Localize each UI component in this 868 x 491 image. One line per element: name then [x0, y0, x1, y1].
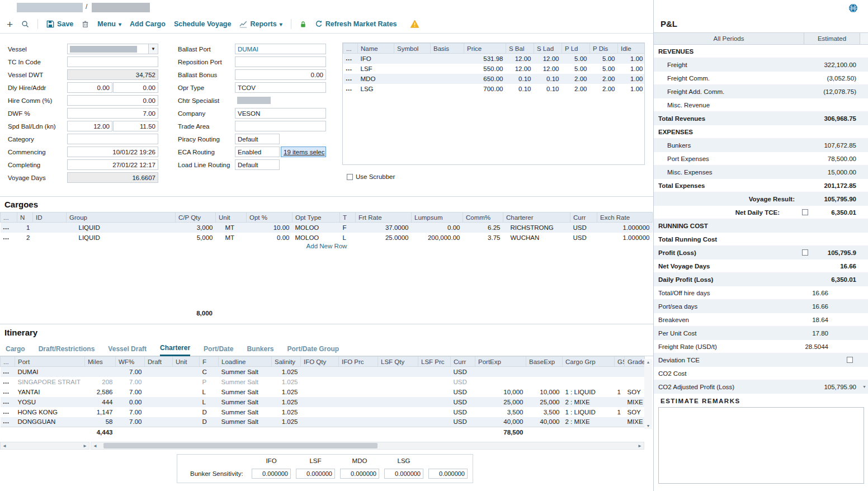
add-new-row-link[interactable]: Add New Row [0, 243, 653, 253]
cell-baseexp[interactable]: 3,500 [526, 407, 563, 417]
cell-wf[interactable]: 7.00 [116, 377, 145, 387]
cell-s-bal[interactable]: 0.10 [506, 74, 534, 84]
cell-portexp[interactable]: 25,000 [475, 397, 526, 407]
scroll-down-icon[interactable]: ▼ [862, 385, 866, 389]
cell-salinity[interactable]: 1.025 [272, 367, 301, 377]
cell-t[interactable]: L [340, 233, 356, 243]
cell-wf[interactable]: 7.00 [116, 407, 145, 417]
cell-s-lad[interactable]: 12.00 [534, 54, 562, 64]
cell-cargo-grp[interactable]: 1 : LIQUID [563, 407, 615, 417]
estimate-remarks-input[interactable] [658, 407, 864, 484]
cell-opt-type[interactable]: MOLOO [293, 233, 340, 243]
sens-field-ifo[interactable]: 0.000000 [252, 469, 291, 479]
cell-grade[interactable]: MIXE [625, 397, 645, 407]
cell-name[interactable]: IFO [358, 54, 394, 64]
dropdown-arrow-icon[interactable]: ▼ [148, 44, 158, 54]
cell-price[interactable]: 550.00 [464, 64, 506, 74]
cell-f[interactable]: C [200, 367, 219, 377]
cell-idle[interactable]: 1.00 [618, 64, 645, 74]
opr-type-field[interactable]: TCOV [235, 82, 326, 93]
cell-name[interactable]: LSG [358, 84, 394, 94]
cell-baseexp[interactable] [526, 367, 563, 377]
cell-exch[interactable]: 1.000000 [597, 233, 653, 243]
frozen-columns-scrollbar[interactable]: ◄ ► [0, 442, 89, 450]
trade-area-field[interactable] [235, 121, 326, 131]
cell-idle[interactable]: 1.00 [618, 84, 645, 94]
cell-draft[interactable] [145, 407, 173, 417]
net-daily-tce-checkbox[interactable] [802, 209, 808, 215]
tab-charterer[interactable]: Charterer [160, 344, 190, 356]
cell-p-dis[interactable]: 2.00 [590, 74, 618, 84]
cell-s-bal[interactable]: 12.00 [506, 54, 534, 64]
cell-lsf-prc[interactable] [418, 387, 451, 397]
cell-miles[interactable]: 208 [85, 377, 116, 387]
cell-salinity[interactable]: 1.025 [272, 377, 301, 387]
cell-portexp[interactable] [475, 367, 526, 377]
cell-grade[interactable] [625, 377, 645, 387]
cell-ifo-prc[interactable] [339, 407, 378, 417]
cell-portexp[interactable]: 40,000 [475, 417, 526, 427]
category-field[interactable] [67, 134, 158, 144]
cell-s-lad[interactable]: 0.10 [534, 74, 562, 84]
tab-vessel-draft[interactable]: Vessel Draft [108, 345, 147, 356]
cell-salinity[interactable]: 1.025 [272, 407, 301, 417]
cell-gs[interactable]: 1 [615, 407, 625, 417]
cell-basis[interactable] [431, 64, 464, 74]
cell-s-bal[interactable]: 12.00 [506, 64, 534, 74]
cell-lsf-qty[interactable] [378, 407, 418, 417]
schedule-voyage-button[interactable]: Schedule Voyage [174, 20, 232, 28]
scroll-right-icon[interactable]: ► [636, 443, 644, 448]
cell-price[interactable]: 531.98 [464, 54, 506, 64]
scroll-track[interactable] [99, 442, 636, 449]
cell-p-ld[interactable]: 5.00 [562, 64, 590, 74]
cell-opt-pct[interactable]: 10.00 [247, 223, 293, 233]
cell-salinity[interactable]: 1.025 [272, 417, 301, 427]
scroll-up-icon[interactable]: ▲ [647, 360, 650, 364]
cell-unit[interactable] [173, 417, 200, 427]
delete-button[interactable] [82, 20, 89, 28]
cell-ifo-prc[interactable] [339, 397, 378, 407]
ballast-port-field[interactable]: DUMAI [235, 44, 326, 54]
cell-basis[interactable] [431, 54, 464, 64]
cell-symbol[interactable] [394, 84, 431, 94]
cell-exch[interactable]: 1.000000 [597, 223, 653, 233]
ballast-bonus-field[interactable]: 0.00 [235, 69, 326, 80]
tc-in-code-field[interactable] [67, 56, 158, 67]
cell-group[interactable]: LIQUID [67, 223, 176, 233]
cell-curr[interactable]: USD [451, 397, 475, 407]
cell-frt-rate[interactable]: 25.0000 [356, 233, 412, 243]
cell-curr[interactable]: USD [451, 377, 475, 387]
tab-port-date[interactable]: Port/Date [204, 345, 233, 356]
cell-id[interactable] [33, 233, 67, 243]
cell-baseexp[interactable] [526, 377, 563, 387]
addr-comm-field[interactable]: 0.00 [113, 82, 158, 93]
eca-items-selector[interactable]: 19 items selec [281, 147, 326, 157]
scroll-track[interactable] [8, 442, 81, 449]
cell-name[interactable]: MDO [358, 74, 394, 84]
cell-f[interactable]: P [200, 377, 219, 387]
cell-portexp[interactable] [475, 377, 526, 387]
cell-name[interactable]: LSF [358, 64, 394, 74]
cell-loadline[interactable]: Summer Salt [219, 407, 272, 417]
cell-lsf-qty[interactable] [378, 377, 418, 387]
cell-gs[interactable] [615, 417, 625, 427]
cell-f[interactable]: D [200, 407, 219, 417]
cell-cargo-grp[interactable]: 2 : MIXE [563, 417, 615, 427]
menu-button[interactable]: Menu ▾ [97, 20, 121, 28]
cell-f[interactable]: L [200, 387, 219, 397]
columns-scrollbar[interactable]: ◄ ► [91, 442, 644, 450]
row-menu-icon[interactable]: ••• [3, 400, 10, 405]
cell-loadline[interactable]: Summer Salt [219, 367, 272, 377]
row-menu-icon[interactable]: ••• [3, 226, 10, 231]
refresh-market-rates-button[interactable]: Refresh Market Rates [315, 20, 397, 28]
dwf-field[interactable]: 7.00 [67, 108, 158, 119]
cell-cargo-grp[interactable]: 2 : MIXE [563, 397, 615, 407]
hire-comm-field[interactable]: 0.00 [67, 95, 158, 106]
cell-cargo-grp[interactable] [563, 367, 615, 377]
cell-unit[interactable]: MT [216, 223, 247, 233]
load-line-routing-field[interactable]: Default [235, 159, 280, 170]
tab-draft-restrictions[interactable]: Draft/Restrictions [39, 345, 95, 356]
cell-portexp[interactable]: 10,000 [475, 387, 526, 397]
cell-group[interactable]: LIQUID [67, 233, 176, 243]
cell-port[interactable]: DONGGUAN [15, 417, 85, 427]
